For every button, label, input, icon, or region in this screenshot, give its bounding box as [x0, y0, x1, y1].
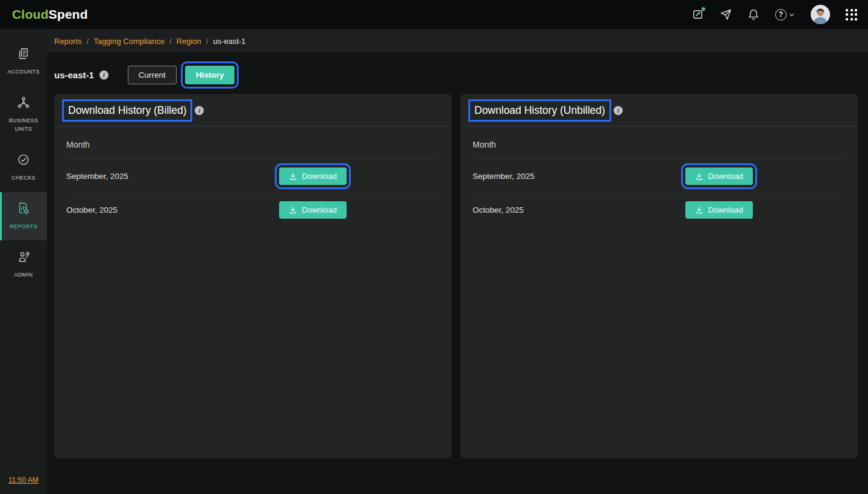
- download-button[interactable]: Download: [685, 167, 753, 185]
- billed-panel-title-box: Download History (Billed): [66, 104, 188, 117]
- breadcrumb-tagging-compliance[interactable]: Tagging Compliance: [93, 37, 165, 46]
- month-cell: October, 2025: [66, 205, 279, 214]
- month-cell: October, 2025: [473, 205, 685, 214]
- sidebar-item-admin[interactable]: ADMIN: [0, 240, 47, 289]
- page-head: us-east-1 i Current History: [47, 54, 868, 94]
- sidebar-item-label: CHECKS: [11, 174, 36, 183]
- unbilled-panel-body: Month September, 2025 Download October, …: [461, 127, 858, 227]
- breadcrumb: Reports / Tagging Compliance / Region / …: [47, 29, 868, 54]
- panels: Download History (Billed) i Month Septem…: [47, 94, 868, 458]
- month-column-header: Month: [66, 127, 439, 160]
- info-icon[interactable]: i: [614, 106, 623, 115]
- accounts-icon: [17, 47, 30, 63]
- breadcrumb-region[interactable]: Region: [177, 37, 201, 46]
- breadcrumb-reports[interactable]: Reports: [54, 37, 82, 46]
- download-icon: [695, 206, 703, 214]
- sidebar-item-business-units[interactable]: BUSINESS UNITS: [0, 86, 47, 143]
- breadcrumb-separator: /: [87, 37, 89, 46]
- whats-new-icon[interactable]: [720, 8, 732, 20]
- unbilled-panel-header: Download History (Unbilled) i: [461, 94, 858, 127]
- unbilled-panel-title-box: Download History (Unbilled): [473, 104, 607, 117]
- table-row: October, 2025 Download: [66, 193, 439, 227]
- unbilled-panel-title: Download History (Unbilled): [474, 104, 605, 117]
- feedback-icon[interactable]: [692, 8, 704, 20]
- table-row: September, 2025 Download: [473, 160, 846, 193]
- sidebar-item-reports[interactable]: REPORTS: [0, 192, 47, 241]
- breadcrumb-separator: /: [206, 37, 209, 46]
- sidebar-item-label: BUSINESS UNITS: [2, 117, 45, 134]
- billed-panel: Download History (Billed) i Month Septem…: [54, 94, 451, 458]
- chevron-down-icon: [788, 11, 795, 18]
- history-tab-button[interactable]: History: [185, 66, 235, 84]
- page-title: us-east-1 i: [54, 70, 108, 80]
- feedback-badge-dot: [701, 7, 706, 11]
- download-button[interactable]: Download: [279, 201, 347, 219]
- brand-logo[interactable]: CloudSpend: [12, 7, 88, 22]
- breadcrumb-separator: /: [169, 37, 172, 46]
- user-avatar[interactable]: [811, 5, 830, 24]
- sidebar: ACCOUNTS BUSINESS UNITS CHECKS REPORTS A…: [0, 29, 47, 494]
- business-units-icon: [17, 96, 30, 112]
- main-content: Reports / Tagging Compliance / Region / …: [47, 29, 868, 494]
- layout: ACCOUNTS BUSINESS UNITS CHECKS REPORTS A…: [0, 29, 868, 494]
- billed-panel-body: Month September, 2025 Download October, …: [54, 127, 451, 227]
- month-cell: September, 2025: [473, 172, 685, 181]
- month-cell: September, 2025: [66, 172, 279, 181]
- checks-icon: [17, 153, 30, 169]
- info-icon[interactable]: i: [99, 70, 108, 80]
- download-button[interactable]: Download: [279, 167, 347, 185]
- month-column-header: Month: [473, 127, 846, 160]
- download-icon: [289, 172, 297, 181]
- billed-panel-header: Download History (Billed) i: [54, 94, 451, 127]
- table-row: September, 2025 Download: [66, 160, 439, 193]
- help-menu[interactable]: ?: [775, 9, 795, 20]
- info-icon[interactable]: i: [195, 106, 204, 115]
- sidebar-item-accounts[interactable]: ACCOUNTS: [0, 37, 47, 86]
- view-toggle: Current History: [128, 66, 235, 84]
- timestamp-link[interactable]: 11:50 AM: [8, 476, 39, 484]
- topbar-actions: ?: [692, 5, 857, 24]
- download-icon: [289, 206, 297, 214]
- notifications-bell-icon[interactable]: [747, 8, 760, 20]
- download-icon: [695, 172, 703, 181]
- table-row: October, 2025 Download: [473, 193, 846, 227]
- admin-icon: [17, 250, 30, 266]
- help-icon: ?: [775, 9, 787, 20]
- brand-cloud: Cloud: [12, 7, 48, 21]
- download-button[interactable]: Download: [685, 201, 753, 219]
- reports-icon: [17, 202, 30, 218]
- billed-panel-title: Download History (Billed): [68, 104, 186, 117]
- breadcrumb-current: us-east-1: [213, 37, 245, 46]
- sidebar-item-checks[interactable]: CHECKS: [0, 143, 47, 192]
- apps-grid-icon[interactable]: [846, 9, 857, 20]
- topbar: CloudSpend ?: [0, 0, 868, 29]
- sidebar-item-label: ADMIN: [14, 271, 33, 280]
- unbilled-panel: Download History (Unbilled) i Month Sept…: [461, 94, 858, 458]
- brand-spend: Spend: [48, 7, 87, 21]
- sidebar-item-label: REPORTS: [10, 223, 37, 231]
- current-tab-button[interactable]: Current: [128, 66, 177, 84]
- sidebar-item-label: ACCOUNTS: [7, 68, 40, 77]
